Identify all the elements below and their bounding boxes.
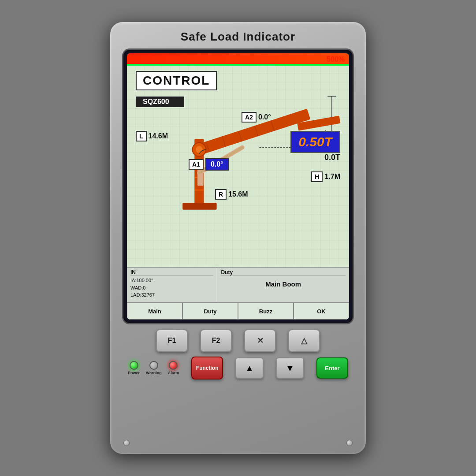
function-button[interactable]: Function	[191, 357, 223, 379]
f1-button[interactable]: F1	[156, 329, 188, 352]
L-value: 14.6M	[149, 132, 168, 140]
info-row: IN IA:180.00° WAD:0 LAD:32767 Duty Main …	[127, 268, 349, 303]
up-button[interactable]: ▲	[235, 357, 264, 379]
physical-buttons-area: F1 F2 ✕ △ Power Warning	[123, 329, 353, 379]
device-body: Safe Load Indicator 500% CONTROL SQZ600	[110, 22, 366, 454]
f3-button[interactable]: ✕	[244, 329, 276, 352]
control-box: CONTROL	[136, 71, 217, 90]
power-led	[130, 361, 138, 370]
warning-led	[149, 361, 158, 370]
indicator-group: Power Warning Alarm	[128, 361, 179, 375]
A1-box: A1	[189, 159, 204, 170]
lad-value: LAD:32767	[130, 291, 213, 299]
model-badge: SQZ600	[136, 97, 184, 107]
down-button[interactable]: ▼	[276, 357, 304, 379]
f3-icon: ✕	[257, 336, 264, 346]
screen: 500% CONTROL SQZ600	[127, 53, 349, 320]
L-box: L	[136, 131, 147, 141]
A2-value: 0.0°	[258, 113, 271, 121]
power-label: Power	[128, 371, 140, 375]
R-value: 15.6M	[228, 190, 248, 198]
f4-button[interactable]: △	[288, 329, 320, 352]
warning-indicator: Warning	[146, 361, 162, 375]
H-box: H	[311, 171, 323, 182]
f4-icon: △	[301, 336, 307, 346]
ok-button[interactable]: OK	[294, 303, 349, 320]
duty-title: Duty	[221, 269, 346, 276]
label-R-container: R 15.6M	[215, 189, 248, 200]
wad-value: WAD:0	[130, 284, 213, 292]
in-label: IN	[130, 269, 213, 276]
screw-bottom-right	[346, 440, 353, 446]
main-button[interactable]: Main	[127, 303, 182, 320]
alarm-led	[169, 361, 178, 370]
crane-diagram	[127, 88, 349, 220]
buzz-button[interactable]: Buzz	[238, 303, 294, 320]
alarm-label: Alarm	[168, 371, 179, 375]
H-label: H	[315, 173, 319, 180]
A1-label: A1	[192, 161, 200, 168]
control-label: CONTROL	[143, 74, 210, 87]
safe-load-box: 0.50T	[290, 131, 340, 153]
label-L-container: L 14.6M	[136, 131, 168, 141]
nav-row: Power Warning Alarm Function ▲ ▼ Enter	[123, 357, 353, 379]
safe-load-value: 0.50T	[298, 134, 332, 149]
H-value: 1.7M	[324, 173, 340, 181]
A2-label: A2	[245, 114, 253, 121]
ia-value: IA:180.00°	[130, 277, 213, 284]
svg-point-19	[196, 146, 202, 153]
fn-buttons-row: F1 F2 ✕ △	[123, 329, 353, 352]
label-A2-container: A2 0.0°	[242, 112, 271, 123]
duty-button[interactable]: Duty	[182, 303, 238, 320]
label-A1-container: A1 0.0°	[189, 158, 229, 171]
f2-button[interactable]: F2	[200, 329, 232, 352]
power-indicator: Power	[128, 361, 140, 375]
load-percent: 500%	[327, 56, 345, 63]
load-bar-green-line	[127, 64, 349, 66]
A2-box: A2	[242, 112, 257, 123]
screw-bottom-left	[123, 440, 130, 446]
A1-value: 0.0°	[205, 158, 229, 171]
screen-main-area: CONTROL SQZ600	[127, 66, 349, 267]
screen-button-row: Main Duty Buzz OK	[127, 303, 349, 320]
info-left: IN IA:180.00° WAD:0 LAD:32767	[127, 268, 217, 302]
R-label: R	[219, 191, 223, 198]
enter-button[interactable]: Enter	[316, 357, 348, 379]
R-box: R	[215, 189, 227, 200]
L-label: L	[139, 133, 143, 140]
screen-bezel: 500% CONTROL SQZ600	[123, 50, 353, 323]
load-bar: 500%	[127, 53, 349, 66]
warning-label: Warning	[146, 371, 162, 375]
bottom-panel: IN IA:180.00° WAD:0 LAD:32767 Duty Main …	[127, 267, 349, 320]
info-right: Duty Main Boom	[217, 268, 349, 302]
svg-rect-5	[182, 203, 216, 209]
alarm-indicator: Alarm	[168, 361, 179, 375]
actual-load-value: 0.0T	[324, 153, 340, 162]
duty-value: Main Boom	[265, 280, 301, 288]
device-title: Safe Load Indicator	[119, 30, 357, 44]
label-H-container: H 1.7M	[311, 171, 340, 182]
